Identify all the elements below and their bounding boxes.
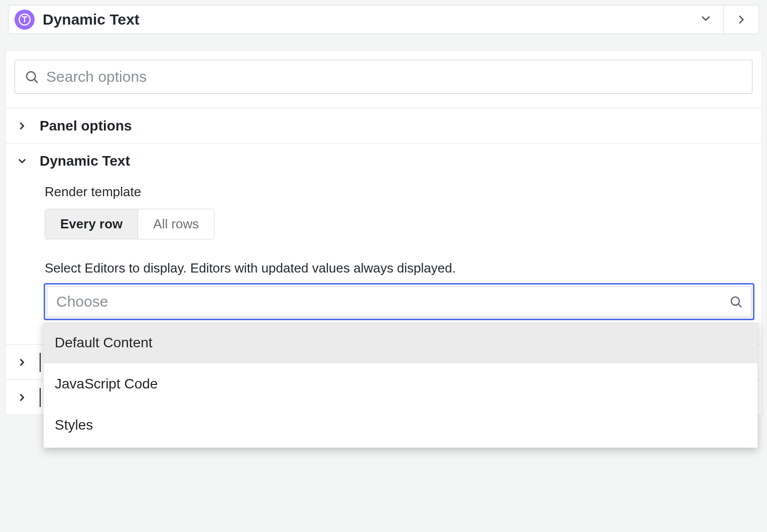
- render-template-toggle: Every row All rows: [45, 209, 214, 239]
- editors-select-placeholder: Choose: [56, 293, 108, 310]
- editors-option-default-content[interactable]: Default Content: [44, 322, 757, 363]
- editors-select[interactable]: Choose: [44, 283, 754, 320]
- editors-option-javascript-code[interactable]: JavaScript Code: [44, 363, 757, 405]
- chevron-right-icon: [735, 13, 748, 26]
- section-dynamic-text[interactable]: Dynamic Text: [6, 143, 761, 178]
- render-template-label: Render template: [45, 184, 751, 200]
- editors-option-styles[interactable]: Styles: [44, 405, 757, 446]
- editors-select-wrap: Choose Default Content JavaScript Code S…: [44, 283, 754, 320]
- section-title: Panel options: [40, 118, 132, 134]
- render-template-option-all-rows[interactable]: All rows: [138, 209, 214, 239]
- section-title: Dynamic Text: [40, 153, 130, 169]
- chevron-right-icon: [17, 357, 28, 368]
- editors-select-dropdown: Default Content JavaScript Code Styles: [44, 320, 757, 448]
- chevron-right-icon: [17, 120, 28, 131]
- section-panel-options[interactable]: Panel options: [6, 108, 761, 143]
- search-options-input[interactable]: Search options: [15, 60, 752, 94]
- visualization-name: Dynamic Text: [43, 11, 691, 28]
- section-title-obscured: [40, 353, 44, 372]
- dynamic-text-plugin-icon: [15, 10, 35, 30]
- collapse-panel-button[interactable]: [724, 5, 759, 34]
- section-title-obscured: [40, 388, 44, 407]
- svg-line-4: [738, 304, 741, 307]
- editors-select-label: Select Editors to display. Editors with …: [45, 260, 751, 276]
- section-dynamic-text-body: Render template Every row All rows Selec…: [6, 178, 761, 334]
- render-template-option-every-row[interactable]: Every row: [45, 209, 138, 239]
- visualization-picker[interactable]: Dynamic Text: [8, 5, 724, 34]
- chevron-down-icon: [699, 12, 712, 27]
- search-row: Search options: [6, 51, 761, 108]
- search-icon: [24, 69, 39, 84]
- chevron-right-icon: [17, 392, 28, 403]
- panel-header: Dynamic Text: [0, 0, 767, 39]
- search-placeholder: Search options: [46, 68, 147, 85]
- svg-line-2: [35, 80, 38, 83]
- search-icon: [729, 295, 743, 309]
- chevron-down-icon: [17, 156, 28, 167]
- options-panel: Search options Panel options Dynamic Tex…: [5, 50, 762, 415]
